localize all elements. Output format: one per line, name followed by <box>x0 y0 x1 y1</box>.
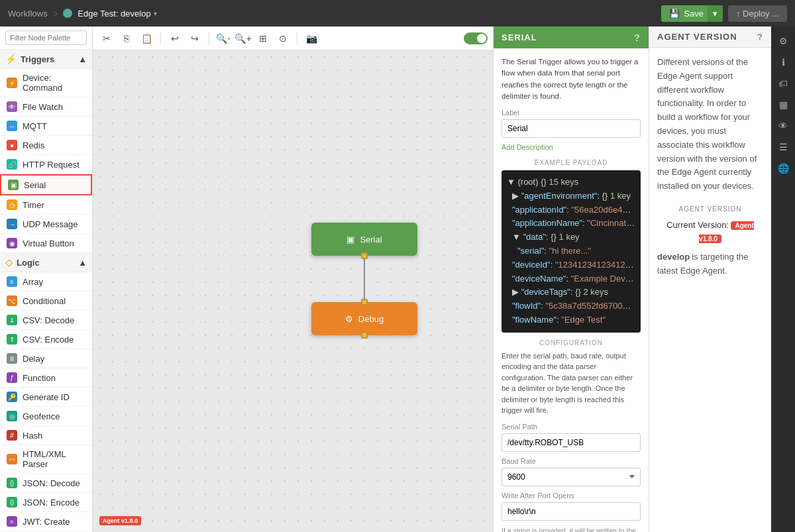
sidebar-item[interactable]: {} JSON: Decode <box>0 474 92 493</box>
baud-rate-label: Baud Rate <box>502 457 641 465</box>
example-payload: ▼ (root) {} 15 keys ▶ "agentEnvironment"… <box>502 170 641 333</box>
serial-path-label: Serial Path <box>502 423 641 431</box>
add-description-link[interactable]: Add Description <box>502 143 641 151</box>
save-button[interactable]: 💾 Save ▾ <box>661 5 723 22</box>
undo-button[interactable]: ↩ <box>166 30 184 47</box>
debug-node-input-port[interactable] <box>361 299 368 305</box>
serial-panel-help-icon[interactable]: ? <box>634 32 641 43</box>
sidebar-item[interactable]: {} JSON: Encode <box>0 493 92 512</box>
serial-path-input[interactable] <box>502 433 641 452</box>
virtual-button-icon: ◉ <box>7 238 17 248</box>
sidebar-item[interactable]: ⇓ CSV: Decode <box>0 311 92 330</box>
targeting-branch: develop <box>657 252 690 262</box>
sidebar-item-label: UDP Message <box>23 219 78 229</box>
save-dropdown-arrow[interactable]: ▾ <box>708 5 723 22</box>
sidebar-item[interactable]: <> HTML/XML Parser <box>0 445 92 474</box>
reset-zoom-button[interactable]: ⊙ <box>274 30 292 47</box>
agent-panel-header: AGENT VERSION ? <box>649 27 771 48</box>
sidebar-item[interactable]: ↔ MQTT <box>0 117 92 136</box>
screenshot-button[interactable]: 📷 <box>303 30 320 47</box>
sidebar-item-label: Function <box>23 373 56 383</box>
sidebar-item[interactable]: → UDP Message <box>0 215 92 234</box>
configuration-title: CONFIGURATION <box>502 339 641 346</box>
sidebar-item-label: Conditional <box>23 296 66 306</box>
eye-icon[interactable]: 👁 <box>774 117 792 135</box>
conditional-icon: ⌥ <box>7 295 17 306</box>
serial-node-icon: ▣ <box>346 235 354 244</box>
label-field-label: Label <box>502 109 641 117</box>
sidebar-item[interactable]: 🔑 Generate ID <box>0 388 92 407</box>
sidebar-item[interactable]: ● Redis <box>0 136 92 155</box>
sidebar-section-logic[interactable]: ◇ Logic ▲ <box>0 253 92 272</box>
cut-button[interactable]: ✂ <box>98 30 115 47</box>
list-icon[interactable]: ☰ <box>774 138 792 156</box>
tag-icon[interactable]: 🏷 <box>774 74 792 93</box>
canvas[interactable]: ▣ Serial ⚙ Debug Agent v1.8.0 <box>93 50 493 532</box>
search-input[interactable] <box>5 30 87 45</box>
redo-button[interactable]: ↪ <box>186 30 203 47</box>
sidebar-item[interactable]: ⚡ Device: Command <box>0 69 92 97</box>
sidebar-item[interactable]: # Hash <box>0 426 92 445</box>
serial-node[interactable]: ▣ Serial <box>311 223 417 256</box>
logic-icon: ◇ <box>5 257 13 268</box>
copy-button[interactable]: ⎘ <box>118 30 135 47</box>
debug-node-output-port[interactable] <box>361 332 368 339</box>
sidebar-item-label: CSV: Encode <box>23 335 74 345</box>
json-decode-icon: {} <box>7 478 17 488</box>
triggers-icon: ⚡ <box>5 54 17 64</box>
sidebar-item-function[interactable]: ƒ Function <box>0 368 92 388</box>
sidebar-item[interactable]: 👁 File Watch <box>0 97 92 117</box>
triggers-collapse-icon: ▲ <box>78 54 87 64</box>
file-watch-icon: 👁 <box>7 101 17 112</box>
write-after-input[interactable] <box>502 502 641 521</box>
redis-icon: ● <box>7 140 17 150</box>
sidebar-item[interactable]: ⌥ Conditional <box>0 292 92 311</box>
sidebar-item-label: JWT: Create <box>23 517 70 527</box>
sidebar-item[interactable]: ◷ Timer <box>0 195 92 215</box>
deploy-button[interactable]: ↑ Deploy ... <box>728 5 787 22</box>
top-bar: Workflows > Edge Test: develop ▾ 💾 Save … <box>0 0 795 27</box>
toolbar-separator-2 <box>209 32 209 45</box>
canvas-area: ✂ ⎘ 📋 ↩ ↪ 🔍- 🔍+ ⊞ ⊙ 📷 ▣ Serial <box>93 27 493 532</box>
zoom-out-button[interactable]: 🔍- <box>215 30 232 47</box>
breadcrumb-area: Workflows > Edge Test: develop ▾ <box>8 9 157 19</box>
sidebar-section-triggers[interactable]: ⚡ Triggers ▲ <box>0 50 92 69</box>
write-after-hint: If a string is provided, it will be writ… <box>502 526 641 532</box>
agent-panel-body: Different versions of the Edge Agent sup… <box>649 48 771 286</box>
sidebar-search-area <box>0 27 92 50</box>
zoom-in-button[interactable]: 🔍+ <box>235 30 252 47</box>
sidebar-item[interactable]: ≈ JWT: Create <box>0 512 92 531</box>
baud-rate-select[interactable]: 9600 19200 38400 57600 115200 <box>502 468 641 486</box>
breadcrumb-workflows[interactable]: Workflows <box>8 9 48 19</box>
agent-panel-help-icon[interactable]: ? <box>757 32 763 42</box>
sidebar-item[interactable]: ⏸ Delay <box>0 349 92 368</box>
serial-description: The Serial Trigger allows you to trigger… <box>502 56 641 102</box>
agent-version-section: AGENT VERSION Current Version: Agent v1.… <box>657 204 763 278</box>
sidebar-item[interactable]: ◉ Virtual Button <box>0 234 92 253</box>
canvas-toolbar: ✂ ⎘ 📋 ↩ ↪ 🔍- 🔍+ ⊞ ⊙ 📷 <box>93 27 493 50</box>
paste-button[interactable]: 📋 <box>138 30 155 47</box>
sidebar-item[interactable]: ≡ Array <box>0 272 92 292</box>
flow-toggle[interactable] <box>464 32 488 44</box>
sidebar-item[interactable]: ◎ Geofence <box>0 407 92 426</box>
info-icon[interactable]: ℹ <box>774 53 792 72</box>
sidebar-item-serial[interactable]: ▣ Serial <box>0 174 92 195</box>
sidebar-item[interactable]: 🔗 HTTP Request <box>0 155 92 174</box>
grid-icon[interactable]: ▦ <box>774 95 792 114</box>
chevron-down-icon[interactable]: ▾ <box>154 10 157 17</box>
sidebar: ⚡ Triggers ▲ ⚡ Device: Command 👁 File Wa… <box>0 27 93 532</box>
sidebar-item-label: JSON: Decode <box>23 478 80 488</box>
agent-badge: Agent v1.8.0 <box>99 516 141 525</box>
json-encode-icon: {} <box>7 497 17 507</box>
debug-node[interactable]: ⚙ Debug <box>311 302 417 335</box>
write-after-label: Write After Port Opens <box>502 492 641 500</box>
debug-node-icon: ⚙ <box>345 314 353 324</box>
serial-node-output-port[interactable] <box>361 252 368 259</box>
sidebar-item[interactable]: ⇑ CSV: Encode <box>0 330 92 349</box>
function-icon: ƒ <box>7 372 17 383</box>
label-input[interactable] <box>502 119 641 138</box>
sidebar-item-label: MQTT <box>23 121 47 131</box>
fit-button[interactable]: ⊞ <box>254 30 272 47</box>
settings-icon[interactable]: ⚙ <box>774 32 792 50</box>
globe-icon[interactable]: 🌐 <box>774 159 792 178</box>
